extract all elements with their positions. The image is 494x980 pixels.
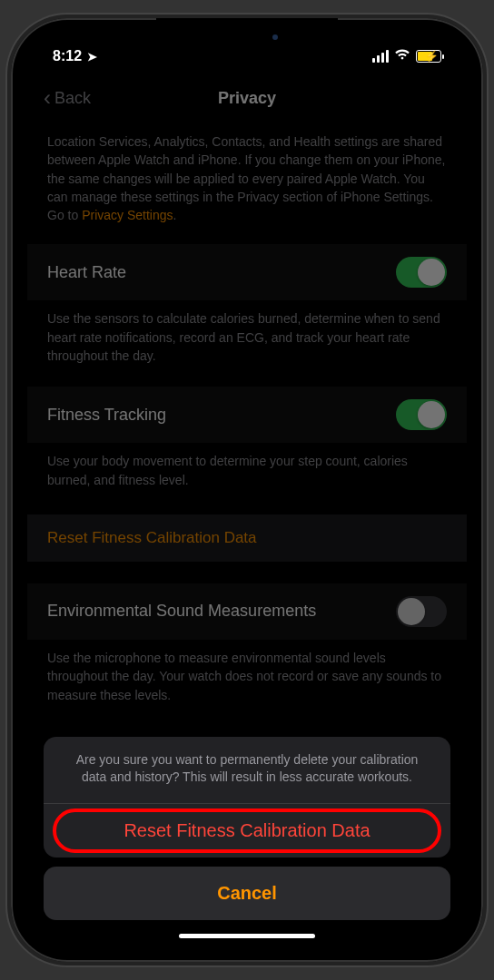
intro-description: Location Services, Analytics, Contacts, … [27,125,467,244]
status-left: 8:12 ➤ [53,48,97,64]
environmental-sound-toggle[interactable] [396,596,447,627]
back-button[interactable]: ‹ Back [44,87,91,109]
environmental-sound-row: Environmental Sound Measurements [27,583,467,640]
fitness-tracking-row: Fitness Tracking [27,387,467,443]
back-label: Back [54,89,91,108]
action-sheet-message: Are you sure you want to permanently del… [44,737,450,804]
screen: 8:12 ➤ ⚡ ‹ Back Privacy [27,34,467,946]
navigation-bar: ‹ Back Privacy [27,78,467,125]
status-right: ⚡ [372,48,441,64]
cancel-button[interactable]: Cancel [44,867,450,920]
heart-rate-description: Use the sensors to calculate calories bu… [27,300,467,387]
fitness-tracking-description: Use your body movement to determine your… [27,443,467,511]
time-label: 8:12 [53,48,82,64]
battery-icon: ⚡ [416,50,441,63]
cellular-signal-icon [372,50,389,63]
action-sheet-group: Are you sure you want to permanently del… [44,737,450,858]
cancel-group: Cancel [44,867,450,920]
reset-calibration-confirm-button[interactable]: Reset Fitness Calibration Data [44,804,450,858]
phone-frame: 8:12 ➤ ⚡ ‹ Back Privacy [11,18,483,962]
front-camera-dot [272,34,278,40]
fitness-tracking-label: Fitness Tracking [47,406,166,425]
location-services-icon: ➤ [87,50,97,64]
fitness-tracking-toggle[interactable] [396,399,447,430]
reset-calibration-row[interactable]: Reset Fitness Calibration Data [27,514,467,562]
content-area[interactable]: Location Services, Analytics, Contacts, … [27,125,467,795]
environmental-sound-label: Environmental Sound Measurements [47,602,316,621]
privacy-settings-link[interactable]: Privacy Settings [82,208,173,222]
heart-rate-toggle[interactable] [396,257,447,288]
environmental-sound-description: Use the microphone to measure environmen… [27,640,467,726]
action-sheet: Are you sure you want to permanently del… [44,737,450,920]
chevron-left-icon: ‹ [44,87,51,109]
home-indicator[interactable] [179,934,315,938]
reset-calibration-label: Reset Fitness Calibration Data [47,529,257,546]
wifi-icon [394,48,410,64]
notch [156,18,338,45]
heart-rate-label: Heart Rate [47,263,126,282]
page-title: Privacy [218,89,276,108]
heart-rate-row: Heart Rate [27,244,467,300]
